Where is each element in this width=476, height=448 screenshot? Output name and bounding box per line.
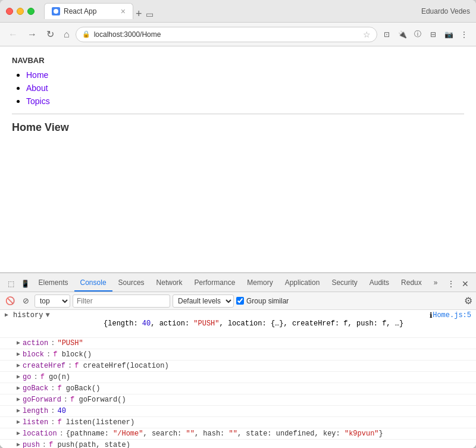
console-entry-goforward: ▶ goForward : f goForward() bbox=[0, 394, 476, 406]
tab-title: React App bbox=[64, 7, 117, 15]
tab-security[interactable]: Security bbox=[325, 275, 363, 292]
entry-key: go bbox=[23, 373, 31, 381]
console-entry-createhref: ▶ createHref : f createHref(location) bbox=[0, 361, 476, 372]
topics-link[interactable]: Topics bbox=[26, 96, 50, 106]
entry-arrow[interactable]: ▶ bbox=[17, 384, 20, 391]
screenshot-icon[interactable]: 📷 bbox=[441, 27, 456, 42]
devtools-inspect-icon[interactable]: ⬚ bbox=[4, 276, 18, 292]
info-icon[interactable]: ⓘ bbox=[411, 27, 425, 42]
tab-more[interactable]: » bbox=[428, 275, 444, 292]
entry-arrow[interactable]: ▶ bbox=[17, 407, 20, 414]
tab-console[interactable]: Console bbox=[74, 275, 112, 292]
close-button[interactable] bbox=[6, 8, 13, 15]
entry-arrow[interactable]: ▶ bbox=[17, 350, 20, 358]
entry-key: block bbox=[23, 350, 44, 359]
history-label: history bbox=[13, 311, 43, 319]
extensions-icon[interactable]: 🔌 bbox=[395, 27, 409, 42]
tab-sources[interactable]: Sources bbox=[112, 275, 151, 292]
entry-value: f push(path, state) bbox=[49, 441, 130, 448]
entry-arrow[interactable]: ▶ bbox=[17, 373, 20, 380]
group-similar-checkbox[interactable] bbox=[236, 297, 244, 305]
devtools-tab-bar: ⬚ 📱 Elements Console Sources Network Per… bbox=[0, 273, 476, 292]
console-toolbar: 🚫 ⊘ top Default levels Group similar ⚙ bbox=[0, 292, 476, 310]
tab-network[interactable]: Network bbox=[151, 275, 189, 292]
console-entry-block: ▶ block : f block() bbox=[0, 349, 476, 361]
entry-arrow[interactable]: ▶ bbox=[17, 418, 20, 425]
entry-arrow[interactable]: ▶ bbox=[17, 430, 20, 437]
tab-performance[interactable]: Performance bbox=[189, 275, 242, 292]
console-entry-push: ▶ push : f push(path, state) bbox=[0, 440, 476, 448]
expand-indicator: ▼ bbox=[45, 311, 49, 319]
web-page: NAVBAR Home About Topics Home View bbox=[0, 46, 476, 272]
address-bar[interactable]: 🔒 localhost:3000/Home ☆ bbox=[76, 27, 377, 42]
home-link[interactable]: Home bbox=[26, 70, 48, 80]
home-button[interactable]: ⌂ bbox=[60, 27, 73, 42]
entry-value: f goBack() bbox=[57, 384, 100, 393]
console-entry-location: ▶ location : {pathname: "/Home", search:… bbox=[0, 428, 476, 440]
source-link[interactable]: Home.js:5 bbox=[433, 311, 471, 319]
tab-close-button[interactable]: × bbox=[121, 7, 126, 16]
console-settings-icon[interactable]: ⚙ bbox=[464, 295, 472, 306]
entry-arrow[interactable]: ▶ bbox=[17, 441, 20, 448]
entry-key: goBack bbox=[23, 384, 48, 393]
maximize-button[interactable] bbox=[27, 8, 35, 15]
tab-favicon bbox=[52, 7, 60, 15]
devtools-panel: ⬚ 📱 Elements Console Sources Network Per… bbox=[0, 272, 476, 448]
filter-input[interactable] bbox=[73, 295, 170, 308]
level-select[interactable]: Default levels bbox=[173, 295, 234, 308]
about-link[interactable]: About bbox=[26, 83, 48, 93]
back-button[interactable]: ← bbox=[5, 27, 21, 42]
tab-redux[interactable]: Redux bbox=[395, 275, 428, 292]
nav-actions: ⊡ 🔌 ⓘ ⊟ 📷 ⋮ bbox=[380, 27, 471, 42]
minimize-button[interactable] bbox=[17, 8, 24, 15]
reload-button[interactable]: ↻ bbox=[43, 26, 58, 42]
console-output: ▶ history ▼ {length: 40, action: "PUSH",… bbox=[0, 310, 476, 448]
navbar-label: NAVBAR bbox=[12, 56, 464, 65]
entry-key: createHref bbox=[23, 362, 65, 370]
history-summary: {length: 40, action: "PUSH", location: {… bbox=[52, 311, 428, 336]
devtools-close-btn[interactable]: ✕ bbox=[458, 276, 472, 292]
separator bbox=[12, 114, 464, 114]
devtools-settings-btn[interactable]: ⋮ bbox=[444, 276, 458, 292]
forward-button[interactable]: → bbox=[24, 27, 40, 42]
lock-icon: 🔒 bbox=[82, 30, 90, 38]
page-title: Home View bbox=[12, 121, 464, 134]
console-entry-listen: ▶ listen : f listen(listener) bbox=[0, 417, 476, 428]
browser-menu-icon[interactable]: ⊡ bbox=[380, 27, 394, 42]
entry-key: location bbox=[23, 430, 57, 438]
console-entry-length: ▶ length : 40 bbox=[0, 406, 476, 417]
tab-elements[interactable]: Elements bbox=[33, 275, 74, 292]
bookmark-icon[interactable]: ☆ bbox=[363, 30, 371, 39]
new-tab-button[interactable]: + bbox=[136, 8, 142, 19]
navigation-bar: ← → ↻ ⌂ 🔒 localhost:3000/Home ☆ ⊡ 🔌 ⓘ ⊟ … bbox=[0, 23, 476, 46]
user-name: Eduardo Vedes bbox=[421, 7, 470, 15]
entry-value: f block() bbox=[53, 350, 92, 359]
entry-arrow[interactable]: ▶ bbox=[17, 339, 20, 346]
tab-application[interactable]: Application bbox=[279, 275, 326, 292]
entry-value: f goForward() bbox=[70, 396, 126, 404]
nav-links: Home About Topics bbox=[12, 70, 464, 106]
tab-audits[interactable]: Audits bbox=[364, 275, 395, 292]
address-text: localhost:3000/Home bbox=[94, 30, 359, 39]
console-entry-action: ▶ action : "PUSH" bbox=[0, 338, 476, 349]
svg-point-0 bbox=[54, 9, 58, 14]
console-filter-btn[interactable]: ⊘ bbox=[19, 295, 32, 308]
browser-tab[interactable]: React App × bbox=[44, 3, 133, 19]
tab-area: React App × + ▭ bbox=[44, 3, 416, 19]
nav-link-home: Home bbox=[26, 70, 464, 80]
entry-key: action bbox=[23, 339, 48, 347]
devtools-mobile-icon[interactable]: 📱 bbox=[18, 276, 32, 292]
expand-arrow[interactable]: ▶ bbox=[5, 311, 11, 318]
console-entry-goback: ▶ goBack : f goBack() bbox=[0, 383, 476, 394]
cast-icon[interactable]: ⊟ bbox=[426, 27, 440, 42]
more-menu-button[interactable]: ⋮ bbox=[457, 27, 471, 42]
nav-link-about: About bbox=[26, 83, 464, 93]
entry-arrow[interactable]: ▶ bbox=[17, 362, 20, 369]
clear-console-button[interactable]: 🚫 bbox=[4, 295, 17, 308]
entry-arrow[interactable]: ▶ bbox=[17, 396, 20, 403]
tab-memory[interactable]: Memory bbox=[241, 275, 278, 292]
entry-value: 40 bbox=[57, 407, 65, 415]
context-select[interactable]: top bbox=[35, 295, 70, 308]
nav-link-topics: Topics bbox=[26, 96, 464, 106]
tab-strip-icon: ▭ bbox=[146, 10, 154, 19]
